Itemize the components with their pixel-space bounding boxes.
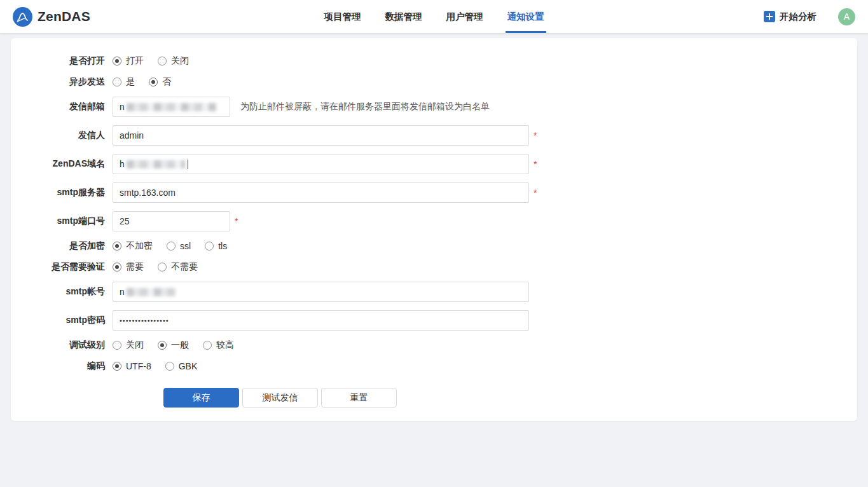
domain-label: ZenDAS域名 — [11, 158, 105, 170]
radio-checked-icon[interactable] — [149, 78, 158, 86]
tab-notification-settings[interactable]: 通知设置 — [507, 0, 544, 33]
encoding-radio-group: UTF-8 GBK — [113, 361, 197, 371]
smtp-password-input[interactable] — [113, 310, 529, 331]
notification-settings-panel: 是否打开 打开 关闭 异步发送 是 否 发信邮箱 — [11, 38, 857, 421]
smtp-password-label: smtp密码 — [11, 315, 105, 326]
smtp-account-input[interactable]: n — [113, 282, 529, 302]
radio-unchecked-icon[interactable] — [158, 263, 167, 271]
radio-unchecked-icon[interactable] — [205, 242, 214, 250]
encrypt-label: 是否加密 — [11, 240, 105, 252]
radio-checked-icon[interactable] — [113, 362, 121, 371]
start-analysis-button[interactable]: 开始分析 — [764, 11, 816, 23]
encrypt-option-tls[interactable]: tls — [205, 241, 227, 251]
debug-level-radio-group: 关闭 一般 较高 — [113, 340, 234, 351]
plus-icon — [764, 11, 775, 22]
required-asterisk: * — [235, 216, 238, 226]
smtp-port-input[interactable] — [113, 211, 230, 231]
redacted-value-blur — [127, 288, 176, 296]
redacted-value-blur — [127, 160, 185, 168]
smtp-port-label: smtp端口号 — [11, 216, 105, 227]
redacted-value-blur — [127, 103, 217, 111]
is-open-radio-group: 打开 关闭 — [113, 55, 189, 67]
required-asterisk: * — [534, 159, 537, 169]
async-send-option-no[interactable]: 否 — [149, 76, 171, 88]
row-is-open: 是否打开 打开 关闭 — [11, 55, 857, 67]
encoding-option-gbk[interactable]: GBK — [165, 361, 198, 371]
form-buttons: 保存 测试发信 重置 — [11, 388, 857, 408]
smtp-server-input[interactable] — [113, 182, 529, 203]
option-label: 否 — [162, 76, 171, 88]
row-debug-level: 调试级别 关闭 一般 较高 — [11, 339, 857, 352]
brand[interactable]: ZenDAS — [13, 7, 90, 27]
option-label: 需要 — [126, 261, 144, 273]
is-open-label: 是否打开 — [11, 55, 105, 67]
smtp-account-label: smtp帐号 — [11, 286, 105, 298]
row-encrypt: 是否加密 不加密 ssl tls — [11, 240, 857, 252]
tab-user-management[interactable]: 用户管理 — [446, 0, 483, 33]
navbar-right: 开始分析 A — [764, 8, 855, 25]
radio-unchecked-icon[interactable] — [165, 362, 174, 371]
is-open-option-on[interactable]: 打开 — [113, 55, 144, 67]
top-navbar: ZenDAS 项目管理 数据管理 用户管理 通知设置 开始分析 A — [0, 0, 868, 33]
save-button[interactable]: 保存 — [163, 388, 239, 408]
row-smtp-port: smtp端口号 * — [11, 211, 857, 231]
radio-checked-icon[interactable] — [158, 341, 167, 350]
redacted-prefix: n — [120, 102, 125, 112]
option-label: GBK — [179, 361, 198, 371]
option-label: 不加密 — [126, 240, 153, 252]
row-async-send: 异步发送 是 否 — [11, 76, 857, 88]
tab-data-management[interactable]: 数据管理 — [385, 0, 422, 33]
required-asterisk: * — [534, 130, 537, 141]
option-label: 关闭 — [171, 55, 189, 67]
reset-button[interactable]: 重置 — [321, 388, 397, 408]
radio-unchecked-icon[interactable] — [113, 341, 121, 350]
option-label: 一般 — [171, 340, 189, 351]
async-send-option-yes[interactable]: 是 — [113, 76, 135, 88]
sender-email-label: 发信邮箱 — [11, 101, 105, 113]
option-label: UTF-8 — [126, 361, 151, 371]
radio-checked-icon[interactable] — [113, 242, 121, 250]
debug-level-option-normal[interactable]: 一般 — [158, 340, 189, 351]
debug-level-option-off[interactable]: 关闭 — [113, 340, 144, 351]
option-label: 关闭 — [126, 340, 144, 351]
option-label: 打开 — [126, 55, 144, 67]
encoding-label: 编码 — [11, 360, 105, 372]
encrypt-option-ssl[interactable]: ssl — [167, 241, 191, 251]
encoding-option-utf8[interactable]: UTF-8 — [113, 361, 151, 371]
radio-unchecked-icon[interactable] — [158, 57, 167, 65]
row-domain: ZenDAS域名 h * — [11, 154, 857, 174]
need-auth-option-yes[interactable]: 需要 — [113, 261, 144, 273]
need-auth-label: 是否需要验证 — [11, 261, 105, 273]
sender-name-input[interactable] — [113, 125, 529, 146]
avatar[interactable]: A — [838, 8, 855, 25]
async-send-label: 异步发送 — [11, 76, 105, 88]
encrypt-option-none[interactable]: 不加密 — [113, 240, 153, 252]
row-encoding: 编码 UTF-8 GBK — [11, 360, 857, 373]
radio-unchecked-icon[interactable] — [167, 242, 176, 250]
text-caret — [188, 160, 188, 169]
test-send-button[interactable]: 测试发信 — [242, 388, 318, 408]
required-asterisk: * — [534, 188, 537, 198]
nav-tabs: 项目管理 数据管理 用户管理 通知设置 — [324, 0, 544, 33]
sender-name-label: 发信人 — [11, 130, 105, 141]
sender-email-input[interactable]: n — [113, 97, 230, 117]
start-analysis-label: 开始分析 — [780, 11, 816, 23]
is-open-option-off[interactable]: 关闭 — [158, 55, 189, 67]
tab-project-management[interactable]: 项目管理 — [324, 0, 361, 33]
row-smtp-server: smtp服务器 * — [11, 182, 857, 203]
radio-checked-icon[interactable] — [113, 263, 121, 271]
debug-level-option-high[interactable]: 较高 — [203, 340, 234, 351]
radio-unchecked-icon[interactable] — [113, 78, 121, 86]
redacted-prefix: n — [120, 287, 125, 297]
row-need-auth: 是否需要验证 需要 不需要 — [11, 261, 857, 273]
async-send-radio-group: 是 否 — [113, 76, 171, 88]
radio-unchecked-icon[interactable] — [203, 341, 212, 350]
need-auth-option-no[interactable]: 不需要 — [158, 261, 198, 273]
row-smtp-account: smtp帐号 n — [11, 282, 857, 302]
option-label: ssl — [180, 241, 191, 251]
sender-email-hint: 为防止邮件被屏蔽，请在邮件服务器里面将发信邮箱设为白名单 — [240, 101, 490, 113]
domain-input[interactable]: h — [113, 154, 529, 174]
radio-checked-icon[interactable] — [113, 57, 121, 65]
encrypt-radio-group: 不加密 ssl tls — [113, 240, 227, 252]
row-sender-name: 发信人 * — [11, 125, 857, 146]
